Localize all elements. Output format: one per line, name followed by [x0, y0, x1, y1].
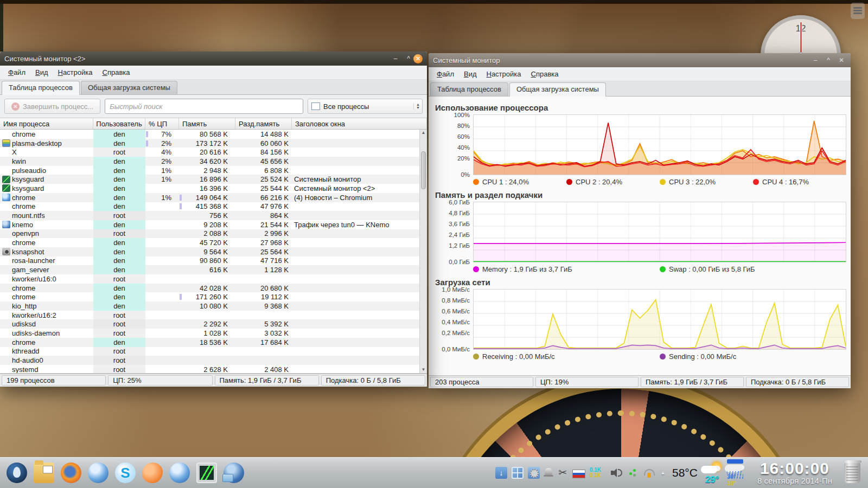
menu-item[interactable]: Настройка: [482, 68, 526, 80]
minimize-icon[interactable]: –: [810, 55, 820, 65]
weather-widget-forecast[interactable]: 30° 18°: [725, 460, 746, 485]
table-row[interactable]: systemdroot2 628 K2 408 K: [0, 365, 427, 374]
y-tick-label: 60%: [434, 133, 470, 140]
scroll-thumb[interactable]: [421, 151, 426, 189]
menu-item[interactable]: Вид: [459, 68, 482, 80]
minimize-icon[interactable]: –: [391, 54, 400, 63]
menu-item[interactable]: Вид: [30, 67, 53, 78]
table-row[interactable]: hd-audio0root: [0, 356, 427, 365]
table-row[interactable]: chromeden1%149 064 K66 216 K(4) Новости …: [0, 193, 427, 202]
menu-item[interactable]: Файл: [432, 68, 459, 80]
knemo-traffic-indicator[interactable]: 0.1K 0.1K: [590, 467, 606, 479]
chromium-launcher-icon-2[interactable]: [169, 463, 190, 483]
tray-expander-icon[interactable]: ▲: [659, 467, 667, 479]
scroll-down-icon[interactable]: ▼: [420, 367, 427, 373]
forecast-day-tag: [727, 459, 743, 464]
table-row[interactable]: plasma-desktopden2%173 172 K60 060 K: [0, 139, 427, 148]
table-row[interactable]: ksnapshotden9 564 K25 564 K: [0, 247, 427, 256]
table-row[interactable]: kworker/u16:0root: [0, 274, 427, 284]
table-row[interactable]: chromeden18 536 K17 684 K: [0, 338, 427, 347]
table-row[interactable]: udisks-daemonroot1 028 K3 032 K: [0, 329, 427, 338]
close-icon[interactable]: ✕: [837, 55, 846, 65]
quick-search-input[interactable]: [105, 99, 303, 114]
file-manager-launcher-icon[interactable]: [34, 463, 54, 483]
menu-item[interactable]: Справка: [98, 67, 135, 78]
process-memory: 90 860 K: [179, 256, 235, 265]
process-memory: 149 064 K: [179, 194, 235, 202]
chromium-launcher-icon[interactable]: [88, 463, 108, 483]
web-globe-launcher-icon[interactable]: [224, 463, 244, 483]
table-row[interactable]: kwinden2%34 620 K45 656 K: [0, 157, 427, 166]
process-memory: 34 620 K: [179, 157, 235, 165]
table-row[interactable]: kio_httpden10 080 K9 368 K: [0, 301, 427, 311]
tab[interactable]: Общая загрузка системы: [81, 81, 177, 94]
rosa-menu-launcher-icon[interactable]: [7, 463, 27, 483]
volume-speaker-icon[interactable]: [610, 467, 622, 479]
column-header[interactable]: Разд.память: [235, 118, 292, 129]
keyboard-layout-ru-flag-icon[interactable]: [572, 470, 585, 478]
table-row[interactable]: udisksdroot2 292 K5 392 K: [0, 319, 427, 329]
column-header[interactable]: Пользователь: [93, 118, 145, 129]
titlebar[interactable]: Системный монитор – ^ ✕: [429, 53, 851, 67]
close-icon[interactable]: ✕: [413, 54, 423, 63]
plasma-panel-handle-icon[interactable]: [851, 3, 865, 19]
menu-item[interactable]: Настройка: [53, 67, 98, 78]
network-status-icon[interactable]: [627, 467, 639, 479]
table-row[interactable]: rosa-launcherden90 860 K47 716 K: [0, 256, 427, 266]
table-row[interactable]: ksysguardden1%16 896 K25 524 KСистемный …: [0, 175, 427, 184]
menu-item[interactable]: Файл: [3, 67, 30, 78]
tabbar: Таблица процессовОбщая загрузка системы: [429, 81, 851, 97]
table-row[interactable]: knemoden9 208 K21 544 KТрафик через tun0…: [0, 220, 427, 229]
digital-clock[interactable]: 16:00:00 8 сентября 2014-Пн: [757, 461, 832, 485]
table-row[interactable]: pulseaudioden1%2 948 K6 808 K: [0, 166, 427, 175]
klipper-scissors-icon[interactable]: ✂: [557, 467, 568, 479]
process-shared-memory: 17 684 K: [235, 338, 292, 346]
table-row[interactable]: gam_serverden616 K1 128 K: [0, 265, 427, 274]
table-row[interactable]: chromeden42 028 K20 680 K: [0, 284, 427, 293]
skype-launcher-icon[interactable]: S: [115, 463, 136, 483]
process-cpu: 4%: [145, 148, 179, 156]
process-memory: 2 292 K: [179, 320, 235, 328]
tab[interactable]: Общая загрузка системы: [509, 82, 606, 97]
table-row[interactable]: chromeden171 260 K19 112 K: [0, 292, 427, 301]
menu-item[interactable]: Справка: [526, 68, 564, 80]
scroll-up-icon[interactable]: ▲: [420, 130, 427, 136]
tab[interactable]: Таблица процессов: [2, 81, 80, 95]
table-row[interactable]: kworker/u16:2root: [0, 311, 427, 320]
status-cell: 199 процессов: [2, 375, 106, 386]
process-cpu: 7%: [145, 130, 179, 138]
modem-connection-icon[interactable]: [643, 467, 655, 479]
table-row[interactable]: chromeden45 720 K27 968 K: [0, 238, 427, 247]
table-row[interactable]: chromeden7%80 568 K14 488 K: [0, 130, 427, 139]
table-row[interactable]: mount.ntfsroot756 K864 K: [0, 211, 427, 220]
process-shared-memory: 47 976 K: [235, 202, 292, 210]
column-header[interactable]: Заголовок окна: [292, 118, 427, 129]
clementine-launcher-icon[interactable]: [142, 463, 163, 483]
table-row[interactable]: ksysguardden16 396 K25 544 KСистемный мо…: [0, 184, 427, 193]
titlebar[interactable]: Системный монитор <2> – ^ ✕: [0, 52, 427, 66]
weather-widget-current[interactable]: 29°: [701, 460, 723, 485]
maximize-icon[interactable]: ^: [824, 55, 833, 65]
table-row[interactable]: Xroot4%20 616 K84 156 K: [0, 147, 427, 157]
column-header[interactable]: Имя процесса: [0, 118, 93, 129]
table-row[interactable]: kthreaddroot: [0, 347, 427, 356]
column-header[interactable]: % ЦП: [145, 118, 179, 129]
status-cell: ЦП: 25%: [108, 375, 212, 386]
firefox-launcher-icon[interactable]: [61, 463, 81, 483]
legend-dot-icon: [660, 266, 666, 272]
kill-process-button[interactable]: ✕ Завершить процесс...: [4, 99, 100, 114]
notifications-bell-icon[interactable]: [544, 467, 553, 479]
process-filter-combobox[interactable]: Все процессы ▲▼: [308, 99, 423, 114]
table-row[interactable]: openvpnroot2 088 K2 996 K: [0, 229, 427, 239]
table-row[interactable]: chromeden415 368 K47 976 K: [0, 202, 427, 211]
system-settings-tray-icon[interactable]: [528, 467, 540, 479]
downloads-tray-icon[interactable]: [495, 467, 507, 479]
tab[interactable]: Таблица процессов: [430, 82, 508, 96]
maximize-icon[interactable]: ^: [404, 54, 413, 63]
column-header[interactable]: Память: [179, 118, 235, 129]
trash-icon[interactable]: [844, 463, 860, 483]
system-monitor-launcher-icon[interactable]: [196, 463, 217, 483]
spinner-arrows-icon[interactable]: ▲▼: [413, 103, 420, 110]
desktop-pager-icon[interactable]: [512, 467, 524, 479]
table-scrollbar[interactable]: ▲▼: [419, 130, 427, 373]
